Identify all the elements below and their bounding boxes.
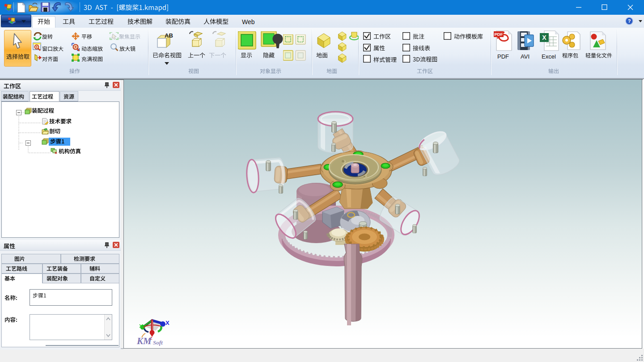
svg-text:KM: KM <box>136 336 152 346</box>
svg-text:X: X <box>542 34 547 41</box>
svg-text:PDF: PDF <box>495 32 503 37</box>
svg-text:AB: AB <box>165 32 173 39</box>
svg-text:?: ? <box>628 18 631 24</box>
svg-text:Soft: Soft <box>153 339 163 346</box>
svg-text:X: X <box>165 320 169 326</box>
